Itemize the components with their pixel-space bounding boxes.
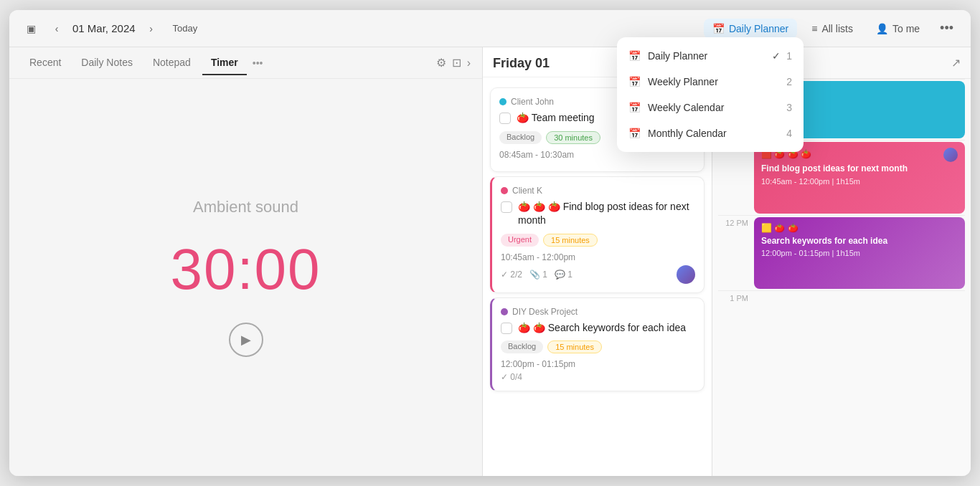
dropdown-label: Weekly Calendar <box>648 102 724 113</box>
dropdown-item-left: 📅 Weekly Planner <box>628 76 718 87</box>
calendar-icon: 📅 <box>628 50 641 62</box>
client-dot <box>501 308 508 315</box>
check-icon: ✓ <box>772 50 781 62</box>
dropdown-item-monthly-calendar[interactable]: 📅 Monthly Calendar 4 <box>617 120 804 146</box>
client-dot <box>499 98 507 105</box>
cal-event-purple: 🟨 🍅 🍅 Search keywords for each idea 12:0… <box>754 217 965 289</box>
task-card: DIY Desk Project 🍅 🍅 Search keywords for… <box>490 297 705 392</box>
task-meta: ✓ 0/4 <box>501 372 695 382</box>
top-bar-right: 📅 Daily Planner ≡ All lists 👤 To me ••• <box>704 18 959 39</box>
time-label: 12 PM <box>718 216 754 227</box>
play-button[interactable]: ▶ <box>229 323 263 357</box>
calendar-icon: 📅 <box>628 76 641 87</box>
slot-content: 🟨 🍅 🍅 Search keywords for each idea 12:0… <box>754 216 965 290</box>
event-title: Search keywords for each idea <box>761 236 958 247</box>
active-view-button[interactable]: 📅 Daily Planner <box>704 19 797 39</box>
task-checkbox[interactable] <box>501 323 512 334</box>
tab-timer[interactable]: Timer <box>202 51 247 75</box>
top-bar-left: ▣ ‹ 01 Mar, 2024 › Today <box>21 19 203 39</box>
tab-notepad[interactable]: Notepad <box>144 51 199 75</box>
time-slot-row: 12 PM 🟨 🍅 🍅 Search keywords for each ide… <box>718 215 965 290</box>
event-avatar <box>943 148 958 162</box>
settings-icon[interactable]: ⚙ <box>436 56 446 70</box>
subtask-count: ✓ 0/4 <box>501 372 522 382</box>
client-dot <box>501 187 508 194</box>
tag-15min: 15 minutes <box>543 234 598 247</box>
task-title-row: 🍅 🍅 🍅 Find blog post ideas for next mont… <box>501 200 695 228</box>
calendar-icon: 📅 <box>712 23 725 34</box>
all-lists-button[interactable]: ≡ All lists <box>803 19 862 39</box>
slot-content <box>754 291 965 334</box>
left-tabs: Recent Daily Notes Notepad Timer ••• ⚙ ⊡… <box>9 47 482 79</box>
tab-daily-notes[interactable]: Daily Notes <box>72 51 141 75</box>
dropdown-num: 4 <box>786 128 792 139</box>
dropdown-item-right: ✓ 1 <box>772 50 792 62</box>
person-icon: 👤 <box>876 23 888 34</box>
view-dropdown: 📅 Daily Planner ✓ 1 📅 Weekly Planner 2 📅… <box>617 37 804 152</box>
play-icon: ▶ <box>241 332 251 348</box>
tabs-more-button[interactable]: ••• <box>253 57 263 69</box>
task-avatar <box>677 265 695 284</box>
timer-display: 30:00 <box>170 237 321 302</box>
time-slot-row: 1 PM <box>718 290 965 334</box>
client-name: Client K <box>512 186 542 196</box>
list-icon: ≡ <box>811 23 817 34</box>
event-icons: 🟨 🍅 🍅 <box>761 223 798 234</box>
dropdown-item-left: 📅 Weekly Calendar <box>628 102 724 113</box>
today-button[interactable]: Today <box>167 20 204 37</box>
topbar-more-button[interactable]: ••• <box>934 18 959 39</box>
dropdown-item-weekly-calendar[interactable]: 📅 Weekly Calendar 3 <box>617 95 804 120</box>
task-meta: ✓ 2/2 📎 1 💬 1 <box>501 265 695 284</box>
calendar-icon: 📅 <box>628 102 641 113</box>
cal-event-content: 🟥 🍅 🍅 🍅 Find blog post ideas for next mo… <box>761 148 958 186</box>
ambient-label: Ambient sound <box>193 198 298 216</box>
left-panel: Recent Daily Notes Notepad Timer ••• ⚙ ⊡… <box>9 47 483 476</box>
dropdown-label: Daily Planner <box>648 50 707 62</box>
nav-prev-btn[interactable]: ‹ <box>47 19 67 39</box>
active-view-label: Daily Planner <box>729 23 788 34</box>
expand-right-btn[interactable]: ↗ <box>951 56 961 70</box>
tab-recent[interactable]: Recent <box>21 51 70 75</box>
task-title-row: 🍅 🍅 Search keywords for each idea <box>501 321 695 335</box>
cal-event-header: 🟨 🍅 🍅 <box>761 223 958 234</box>
task-checkbox[interactable] <box>499 113 511 124</box>
left-tab-actions: ⚙ ⊡ › <box>436 56 471 70</box>
task-card: Client K 🍅 🍅 🍅 Find blog post ideas for … <box>490 176 705 293</box>
tag-backlog: Backlog <box>501 340 543 353</box>
calendar-icon: 📅 <box>628 128 641 139</box>
all-lists-label: All lists <box>821 23 853 34</box>
task-title: 🍅 🍅 🍅 Find blog post ideas for next mont… <box>518 200 695 228</box>
top-bar: ▣ ‹ 01 Mar, 2024 › Today 📅 Daily Planner… <box>9 10 971 47</box>
subtask-count: ✓ 2/2 <box>501 270 522 280</box>
client-name: Client John <box>511 97 554 107</box>
tag-30min: 30 minutes <box>546 131 600 144</box>
dropdown-item-daily-planner[interactable]: 📅 Daily Planner ✓ 1 <box>617 43 804 69</box>
nav-next-btn[interactable]: › <box>141 19 161 39</box>
task-time: 12:00pm - 01:15pm <box>501 359 695 369</box>
sidebar-toggle-btn[interactable]: ▣ <box>21 19 41 39</box>
client-name: DIY Desk Project <box>512 307 578 317</box>
app-window: ▣ ‹ 01 Mar, 2024 › Today 📅 Daily Planner… <box>9 10 971 476</box>
cal-event-pink: 🟥 🍅 🍅 🍅 Find blog post ideas for next mo… <box>754 142 965 214</box>
dropdown-label: Monthly Calendar <box>648 128 727 139</box>
expand-icon[interactable]: ⊡ <box>452 56 461 70</box>
dropdown-label: Weekly Planner <box>648 76 718 87</box>
tag-backlog: Backlog <box>499 131 542 144</box>
tag-urgent: Urgent <box>501 234 539 247</box>
dropdown-item-left: 📅 Daily Planner <box>628 50 707 62</box>
current-date: 01 Mar, 2024 <box>72 22 136 34</box>
tag-15min: 15 minutes <box>547 340 602 353</box>
forward-icon[interactable]: › <box>467 57 471 70</box>
task-client-row: Client K <box>501 186 695 196</box>
dropdown-item-weekly-planner[interactable]: 📅 Weekly Planner 2 <box>617 69 804 95</box>
dropdown-num: 3 <box>786 102 792 113</box>
task-title: 🍅 Team meeting <box>517 111 595 125</box>
dropdown-num: 2 <box>786 76 792 87</box>
task-checkbox[interactable] <box>501 201 512 213</box>
task-title: 🍅 🍅 Search keywords for each idea <box>518 321 686 335</box>
time-label: 1 PM <box>718 291 754 302</box>
comment-count: 💬 1 <box>555 270 573 280</box>
event-time: 10:45am - 12:00pm | 1h15m <box>761 176 958 186</box>
dropdown-item-left: 📅 Monthly Calendar <box>628 128 727 139</box>
to-me-button[interactable]: 👤 To me <box>867 19 928 39</box>
